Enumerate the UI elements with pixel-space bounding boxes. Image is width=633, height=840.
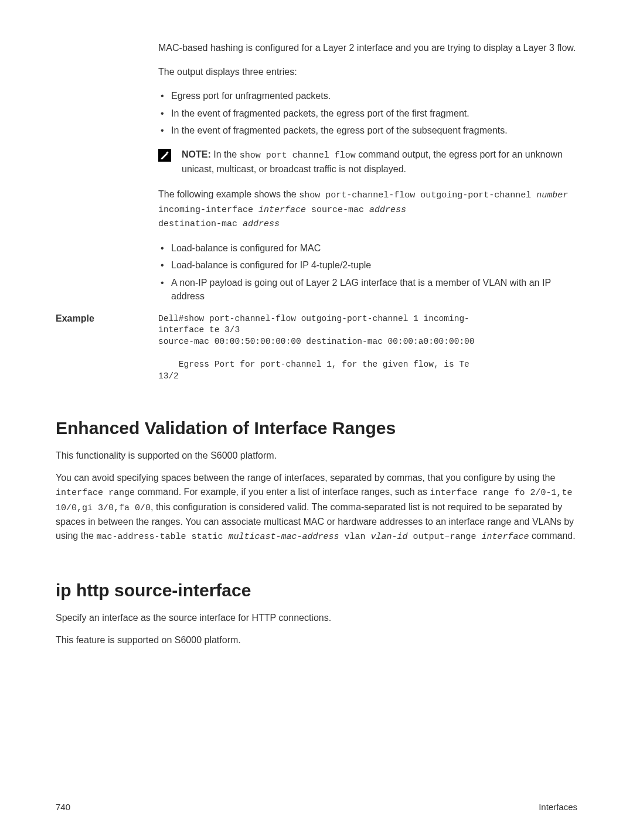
list-item: A non-IP payload is going out of Layer 2…	[158, 276, 577, 303]
section1-p1: This functionality is supported on the S…	[56, 449, 577, 463]
example-row: Example Dell#show port-channel-flow outg…	[56, 313, 577, 382]
list-item: Egress port for unfragmented packets.	[158, 89, 577, 103]
section1-p2: You can avoid specifying spaces between …	[56, 471, 577, 544]
heading-enhanced-validation: Enhanced Validation of Interface Ranges	[56, 418, 577, 438]
intro-text: MAC-based hashing is configured for a La…	[158, 41, 577, 54]
list-item: Load-balance is configured for IP 4-tupl…	[158, 258, 577, 272]
footer: 740 Interfaces	[56, 802, 577, 812]
list-item: Load-balance is configured for MAC	[158, 241, 577, 255]
section2-p1: Specify an interface as the source inter…	[56, 611, 577, 625]
list-item: In the event of fragmented packets, the …	[158, 124, 577, 137]
bullets-1: Egress port for unfragmented packets. In…	[158, 89, 577, 137]
section2-p2: This feature is supported on S6000 platf…	[56, 633, 577, 647]
page-section-label: Interfaces	[539, 802, 577, 812]
heading-ip-http: ip http source-interface	[56, 581, 577, 600]
list-item: In the event of fragmented packets, the …	[158, 107, 577, 120]
note-pencil-icon	[158, 149, 171, 162]
note-block: NOTE: In the show port channel flow comm…	[158, 148, 577, 176]
example-label: Example	[56, 313, 158, 324]
note-label: NOTE:	[182, 149, 211, 159]
example-code: Dell#show port-channel-flow outgoing-por…	[158, 313, 475, 382]
bullets-2: Load-balance is configured for MAC Load-…	[158, 241, 577, 303]
page-number: 740	[56, 802, 70, 812]
example-intro: The following example shows the show por…	[158, 187, 577, 231]
note-text: NOTE: In the show port channel flow comm…	[182, 148, 577, 176]
output-line: The output displays three entries:	[158, 65, 577, 78]
